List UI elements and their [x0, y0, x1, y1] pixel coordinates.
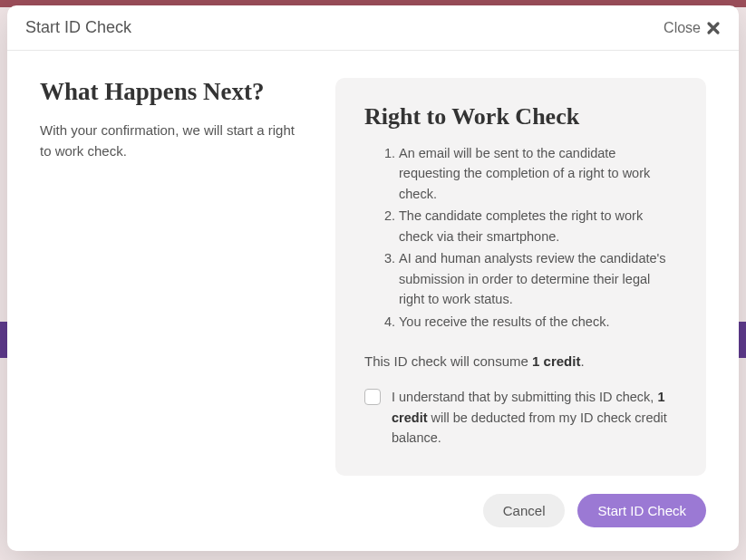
- modal-header: Start ID Check Close: [7, 5, 739, 51]
- steps-list: An email will be sent to the candidate r…: [364, 143, 677, 332]
- step-item: The candidate completes the right to wor…: [399, 206, 677, 246]
- right-to-work-panel: Right to Work Check An email will be sen…: [335, 78, 706, 476]
- modal-footer: Cancel Start ID Check: [7, 494, 739, 551]
- close-icon: [706, 21, 721, 35]
- step-item: An email will be sent to the candidate r…: [399, 143, 677, 204]
- step-item: AI and human analysts review the candida…: [399, 248, 677, 309]
- step-item: You receive the results of the check.: [399, 312, 677, 332]
- what-happens-next-heading: What Happens Next?: [40, 78, 303, 106]
- consent-checkbox[interactable]: [364, 389, 381, 405]
- credit-amount: 1 credit: [532, 353, 580, 369]
- confirmation-subtext: With your confirmation, we will start a …: [40, 121, 303, 161]
- consent-suffix: will be deducted from my ID check credit…: [392, 410, 667, 445]
- consent-prefix: I understand that by submitting this ID …: [392, 390, 657, 404]
- right-to-work-heading: Right to Work Check: [364, 103, 677, 130]
- start-id-check-modal: Start ID Check Close What Happens Next? …: [7, 5, 739, 551]
- consent-text: I understand that by submitting this ID …: [392, 387, 677, 448]
- consent-row: I understand that by submitting this ID …: [364, 387, 677, 448]
- credit-suffix: .: [580, 353, 584, 369]
- modal-body: What Happens Next? With your confirmatio…: [7, 51, 739, 494]
- credit-prefix: This ID check will consume: [364, 353, 532, 369]
- start-id-check-button[interactable]: Start ID Check: [577, 494, 706, 527]
- close-button[interactable]: Close: [664, 20, 721, 36]
- left-column: What Happens Next? With your confirmatio…: [40, 78, 303, 476]
- modal-title: Start ID Check: [25, 18, 131, 37]
- credit-consumption-text: This ID check will consume 1 credit.: [364, 353, 677, 369]
- close-label: Close: [664, 20, 701, 36]
- cancel-button[interactable]: Cancel: [483, 494, 566, 527]
